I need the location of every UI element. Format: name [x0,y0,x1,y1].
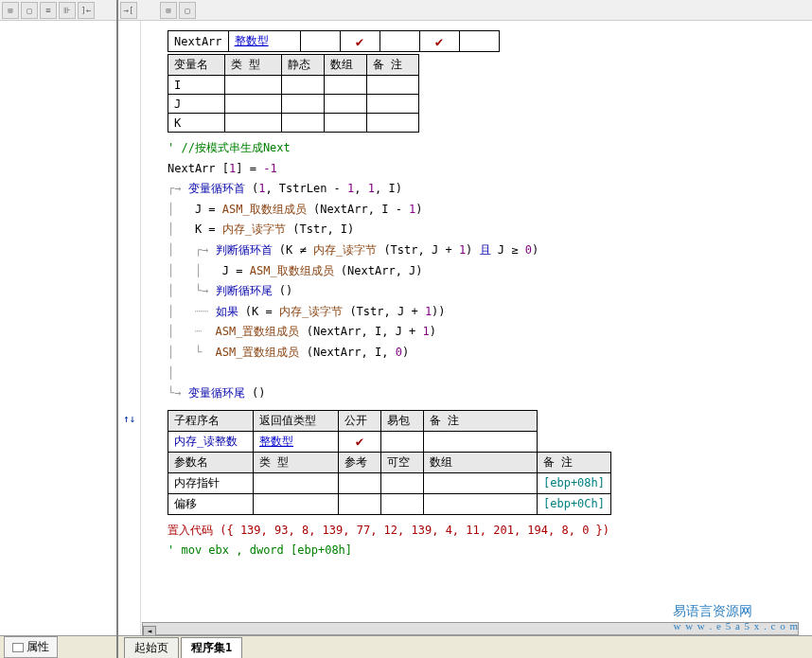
var-name: NextArr [168,31,229,52]
prop-label: 属性 [26,639,49,655]
left-panel: ⊞ ▢ ≡ ⊪ ]← 属性 [0,0,118,658]
param-note: [ebp+08h] [543,476,605,489]
var-table: 变量名 类 型 静态 数组 备 注 I J K [168,54,419,133]
tb-icon[interactable]: ▢ [179,2,196,19]
th: 变量名 [168,55,225,76]
tab-start[interactable]: 起始页 [124,637,179,658]
tb-icon[interactable]: ]← [78,2,95,19]
th: 备 注 [367,55,419,76]
th: 参数名 [168,452,254,472]
tab-program-set[interactable]: 程序集1 [181,637,242,658]
th: 静态 [282,55,325,76]
check-icon: ✔ [356,34,363,49]
th: 备 注 [424,410,538,431]
sub-table: 子程序名 返回值类型 公开 易包 备 注 内存_读整数 整数型 ✔ 参数名 类 … [168,410,611,515]
asm-comment: ' mov ebx , dword [ebp+08h] [168,543,352,557]
check-icon: ✔ [435,34,443,49]
watermark-text: 易语言资源网 [673,603,799,620]
param-name[interactable]: 内存指针 [168,472,254,493]
toolbar2: →[ ⊞ ▢ [118,0,812,21]
ret-type[interactable]: 整数型 [259,435,293,448]
tb-icon[interactable]: ⊪ [59,2,76,19]
tb-icon[interactable]: ▢ [21,2,38,19]
th: 返回值类型 [254,410,339,431]
th: 备 注 [538,452,611,472]
top-var-row: NextArr 整数型 ✔ ✔ [168,30,500,52]
toolbar: ⊞ ▢ ≡ ⊪ ]← [0,0,116,21]
sub-name[interactable]: 内存_读整数 [174,435,238,448]
th: 公开 [339,410,381,431]
tb-icon[interactable]: →[ [120,2,137,19]
comment: ' //按模式串生成Next [168,141,291,154]
cycle-icon[interactable]: ↑↓ [123,413,135,425]
watermark: 易语言资源网 w w w . e 5 a 5 x . c o m [673,603,799,631]
asm-line: 置入代码 ({ 139, 93, 8, 139, 77, 12, 139, 4,… [168,524,609,537]
th: 数组 [424,452,538,472]
th: 易包 [381,410,424,431]
tb-icon[interactable]: ⊞ [160,2,177,19]
code-area[interactable]: NextArr 整数型 ✔ ✔ 变量名 类 型 静态 数组 备 注 I [141,21,812,658]
th: 类 型 [254,452,339,472]
left-body [0,21,116,635]
th: 子程序名 [168,410,254,431]
asm-block[interactable]: 置入代码 ({ 139, 93, 8, 139, 77, 12, 139, 4,… [168,521,804,561]
th: 类 型 [225,55,282,76]
left-bottom-bar: 属性 [0,635,116,658]
td[interactable]: J [168,95,225,114]
watermark-url: w w w . e 5 a 5 x . c o m [673,620,799,631]
bottom-tabs: 起始页 程序集1 [118,635,812,658]
check-icon: ✔ [356,434,363,449]
code-block[interactable]: ' //按模式串生成Next NextArr [1] = -1 ┌→ 变量循环首… [168,138,804,404]
th: 数组 [325,55,367,76]
td[interactable]: I [168,76,225,95]
var-type[interactable]: 整数型 [235,34,269,47]
param-note: [ebp+0Ch] [543,497,605,510]
prop-icon [12,643,24,652]
properties-tab[interactable]: 属性 [4,636,58,658]
nav-arrows: ↑↓ [118,21,141,658]
tb-icon[interactable]: ⊞ [2,2,19,19]
right-panel: →[ ⊞ ▢ ↑↓ NextArr 整数型 ✔ ✔ [118,0,812,658]
th: 可空 [381,452,424,472]
td[interactable]: K [168,114,225,133]
th: 参考 [339,452,381,472]
tb-icon[interactable]: ≡ [40,2,57,19]
param-name[interactable]: 偏移 [168,493,254,514]
